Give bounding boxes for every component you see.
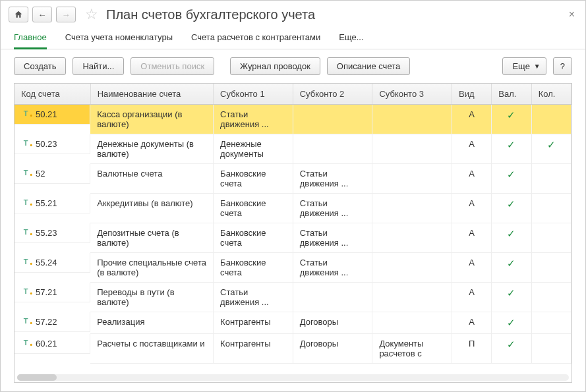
cell-name[interactable]: Денежные документы (в валюте) [90, 134, 213, 164]
table-row[interactable]: T55.24Прочие специальные счета (в валюте… [15, 253, 571, 283]
cell-kind[interactable]: А [452, 223, 492, 253]
cell-val[interactable]: ✓ [492, 253, 531, 283]
cell-val[interactable]: ✓ [492, 334, 531, 364]
back-button[interactable]: ← [32, 7, 52, 22]
cell-s1[interactable]: Денежные документы [214, 134, 293, 164]
cell-s2[interactable]: Статьи движения ... [293, 164, 372, 194]
cell-code[interactable]: T52 [15, 164, 90, 184]
more-button[interactable]: Еще ▼ [502, 57, 546, 75]
cell-s3[interactable] [372, 312, 452, 334]
cell-code[interactable]: T57.22 [15, 312, 90, 332]
tab-3[interactable]: Еще... [339, 28, 363, 49]
tab-1[interactable]: Счета учета номенклатуры [65, 28, 173, 49]
cell-val[interactable]: ✓ [492, 134, 531, 164]
tab-0[interactable]: Главное [14, 28, 47, 49]
cell-code[interactable]: T55.21 [15, 194, 90, 213]
cell-qty[interactable] [531, 283, 571, 312]
cell-s2[interactable]: Статьи движения ... [293, 223, 372, 253]
cell-code[interactable]: T57.21 [15, 283, 90, 302]
col-sub1[interactable]: Субконто 1 [214, 84, 293, 105]
cell-s2[interactable]: Статьи движения ... [293, 253, 372, 283]
cell-s3[interactable] [372, 105, 452, 134]
cell-kind[interactable]: А [452, 164, 492, 194]
table-row[interactable]: T60.21Расчеты с поставщиками иКонтрагент… [15, 334, 571, 364]
home-button[interactable] [9, 7, 28, 22]
cell-code[interactable]: T55.23 [15, 223, 90, 243]
cell-val[interactable]: ✓ [492, 194, 531, 223]
help-button[interactable]: ? [553, 57, 572, 75]
cell-name[interactable]: Аккредитивы (в валюте) [90, 194, 213, 223]
cell-s2[interactable]: Договоры [293, 312, 372, 334]
cell-s3[interactable] [372, 134, 452, 164]
h-scrollbar-track[interactable] [17, 374, 569, 381]
cell-s1[interactable]: Статьи движения ... [214, 105, 293, 134]
table-row[interactable]: T50.21Касса организации (в валюте)Статьи… [15, 105, 571, 134]
cell-s1[interactable]: Банковские счета [214, 194, 293, 223]
create-button[interactable]: Создать [14, 57, 66, 75]
cell-name[interactable]: Прочие специальные счета (в валюте) [90, 253, 213, 283]
cell-qty[interactable] [531, 105, 571, 134]
col-sub2[interactable]: Субконто 2 [293, 84, 372, 105]
cell-s2[interactable]: Договоры [293, 334, 372, 364]
close-button[interactable]: × [566, 9, 577, 20]
cell-s2[interactable] [293, 134, 372, 164]
cell-name[interactable]: Расчеты с поставщиками и [90, 334, 213, 364]
cell-s1[interactable]: Банковские счета [214, 253, 293, 283]
star-icon[interactable]: ☆ [85, 6, 98, 23]
cell-s2[interactable] [293, 105, 372, 134]
find-button[interactable]: Найти... [73, 57, 124, 75]
tab-2[interactable]: Счета расчетов с контрагентами [191, 28, 320, 49]
cell-qty[interactable] [531, 223, 571, 253]
cell-kind[interactable]: П [452, 334, 492, 364]
table-row[interactable]: T57.22РеализацияКонтрагентыДоговорыА✓ [15, 312, 571, 334]
cell-code[interactable]: T55.24 [15, 253, 90, 273]
cell-kind[interactable]: А [452, 312, 492, 334]
cell-kind[interactable]: А [452, 253, 492, 283]
cell-name[interactable]: Валютные счета [90, 164, 213, 194]
col-name[interactable]: Наименование счета [90, 84, 213, 105]
cell-name[interactable]: Реализация [90, 312, 213, 334]
cell-kind[interactable]: А [452, 134, 492, 164]
cell-val[interactable]: ✓ [492, 312, 531, 334]
col-val[interactable]: Вал. [492, 84, 531, 105]
cell-s1[interactable]: Банковские счета [214, 223, 293, 253]
h-scrollbar-thumb[interactable] [17, 374, 57, 381]
cell-s1[interactable]: Контрагенты [214, 334, 293, 364]
table-row[interactable]: T55.21Аккредитивы (в валюте)Банковские с… [15, 194, 571, 223]
describe-button[interactable]: Описание счета [327, 57, 410, 75]
cell-s1[interactable]: Статьи движения ... [214, 283, 293, 312]
cell-code[interactable]: T50.21 [15, 105, 90, 125]
cell-s3[interactable] [372, 283, 452, 312]
cell-val[interactable]: ✓ [492, 283, 531, 312]
cell-qty[interactable] [531, 253, 571, 283]
cell-kind[interactable]: А [452, 283, 492, 312]
cell-val[interactable]: ✓ [492, 223, 531, 253]
cell-s1[interactable]: Контрагенты [214, 312, 293, 334]
cell-qty[interactable] [531, 334, 571, 364]
cell-code[interactable]: T60.21 [15, 334, 90, 354]
col-sub3[interactable]: Субконто 3 [372, 84, 452, 105]
cell-val[interactable]: ✓ [492, 164, 531, 194]
cell-name[interactable]: Касса организации (в валюте) [90, 105, 213, 134]
cell-qty[interactable] [531, 164, 571, 194]
cell-qty[interactable]: ✓ [531, 134, 571, 164]
table-row[interactable]: T50.23Денежные документы (в валюте)Денеж… [15, 134, 571, 164]
cell-s3[interactable] [372, 223, 452, 253]
cell-name[interactable]: Депозитные счета (в валюте) [90, 223, 213, 253]
cell-s1[interactable]: Банковские счета [214, 164, 293, 194]
col-qty[interactable]: Кол. [531, 84, 571, 105]
cell-s2[interactable] [293, 283, 372, 312]
cell-s3[interactable]: Документы расчетов с [372, 334, 452, 364]
cell-s3[interactable] [372, 194, 452, 223]
cell-s3[interactable] [372, 253, 452, 283]
forward-button[interactable]: → [56, 7, 76, 22]
table-row[interactable]: T52Валютные счетаБанковские счетаСтатьи … [15, 164, 571, 194]
table-row[interactable]: T55.23Депозитные счета (в валюте)Банковс… [15, 223, 571, 253]
cell-s3[interactable] [372, 164, 452, 194]
cell-qty[interactable] [531, 312, 571, 334]
cell-val[interactable]: ✓ [492, 105, 531, 134]
journal-button[interactable]: Журнал проводок [230, 57, 320, 75]
cell-kind[interactable]: А [452, 194, 492, 223]
col-code[interactable]: Код счета [15, 84, 90, 105]
cell-kind[interactable]: А [452, 105, 492, 134]
